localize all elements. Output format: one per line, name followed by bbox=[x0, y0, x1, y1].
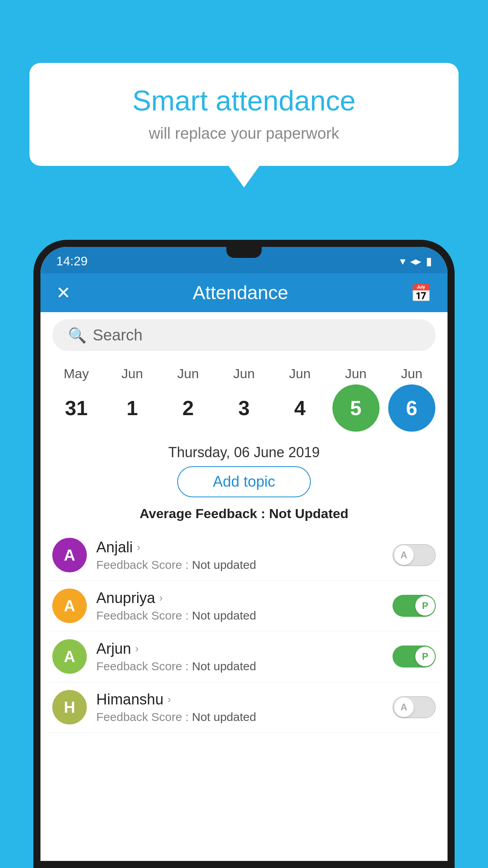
phone-frame: 14:29 ▾ ◂▸ ▮ ✕ Attendance 📅 🔍 Search May bbox=[33, 240, 455, 868]
month-2: Jun bbox=[165, 366, 212, 381]
student-name-anupriya[interactable]: Anupriya › bbox=[96, 590, 383, 607]
student-name-anjali[interactable]: Anjali › bbox=[96, 539, 383, 556]
chevron-arjun: › bbox=[135, 642, 139, 655]
student-row-himanshu: H Himanshu › Feedback Score : Not update… bbox=[48, 682, 440, 733]
wifi-icon: ▾ bbox=[400, 255, 405, 268]
toggle-knob-himanshu: A bbox=[394, 697, 414, 717]
date-2[interactable]: 2 bbox=[165, 384, 212, 432]
student-row-anjali: A Anjali › Feedback Score : Not updated … bbox=[48, 530, 440, 581]
toggle-anupriya[interactable]: P bbox=[393, 595, 436, 617]
month-5: Jun bbox=[332, 366, 380, 381]
date-1[interactable]: 1 bbox=[108, 384, 156, 432]
toggle-knob-arjun: P bbox=[415, 647, 435, 666]
student-info-himanshu: Himanshu › Feedback Score : Not updated bbox=[96, 691, 383, 724]
student-info-anjali: Anjali › Feedback Score : Not updated bbox=[96, 539, 383, 572]
phone-notch bbox=[226, 247, 262, 258]
status-icons: ▾ ◂▸ ▮ bbox=[400, 255, 432, 268]
toggle-anjali[interactable]: A bbox=[393, 544, 436, 566]
date-4[interactable]: 4 bbox=[276, 384, 323, 432]
add-topic-button[interactable]: Add topic bbox=[177, 466, 311, 497]
signal-icon: ◂▸ bbox=[410, 255, 421, 268]
app-bar-title: Attendance bbox=[193, 282, 288, 303]
month-3: Jun bbox=[220, 366, 268, 381]
student-name-arjun[interactable]: Arjun › bbox=[96, 640, 383, 657]
search-placeholder: Search bbox=[93, 326, 143, 344]
month-0: May bbox=[53, 366, 100, 381]
toggle-knob-anjali: A bbox=[394, 545, 414, 565]
feedback-anupriya: Feedback Score : Not updated bbox=[96, 609, 383, 622]
bubble-title: Smart attendance bbox=[53, 85, 435, 117]
chevron-anupriya: › bbox=[159, 592, 163, 604]
avg-feedback-value: Not Updated bbox=[269, 506, 349, 521]
avatar-anjali: A bbox=[52, 538, 87, 572]
date-31[interactable]: 31 bbox=[53, 384, 100, 432]
date-5-today[interactable]: 5 bbox=[332, 384, 380, 432]
search-input[interactable]: 🔍 Search bbox=[52, 319, 436, 351]
month-6: Jun bbox=[388, 366, 435, 381]
search-icon: 🔍 bbox=[68, 327, 86, 344]
month-1: Jun bbox=[108, 366, 156, 381]
avg-feedback-label: Average Feedback : bbox=[139, 506, 269, 521]
calendar-strip: May Jun Jun Jun Jun Jun Jun 31 1 2 3 4 5… bbox=[40, 358, 448, 436]
speech-bubble: Smart attendance will replace your paper… bbox=[29, 63, 459, 166]
date-6-selected[interactable]: 6 bbox=[388, 384, 435, 432]
student-list: A Anjali › Feedback Score : Not updated … bbox=[40, 530, 448, 733]
chevron-anjali: › bbox=[137, 541, 140, 554]
student-info-anupriya: Anupriya › Feedback Score : Not updated bbox=[96, 590, 383, 622]
bubble-subtitle: will replace your paperwork bbox=[53, 125, 435, 142]
chevron-himanshu: › bbox=[167, 693, 171, 706]
toggle-himanshu[interactable]: A bbox=[393, 696, 436, 718]
date-3[interactable]: 3 bbox=[220, 384, 268, 432]
month-4: Jun bbox=[276, 366, 323, 381]
app-bar: ✕ Attendance 📅 bbox=[40, 273, 448, 312]
feedback-himanshu: Feedback Score : Not updated bbox=[96, 710, 383, 724]
feedback-anjali: Feedback Score : Not updated bbox=[96, 558, 383, 572]
feedback-arjun: Feedback Score : Not updated bbox=[96, 660, 383, 673]
avatar-arjun: A bbox=[52, 639, 87, 674]
phone-screen: 14:29 ▾ ◂▸ ▮ ✕ Attendance 📅 🔍 Search May bbox=[40, 247, 448, 861]
status-time: 14:29 bbox=[56, 254, 88, 268]
close-icon[interactable]: ✕ bbox=[56, 283, 71, 303]
toggle-arjun[interactable]: P bbox=[393, 645, 436, 668]
battery-icon: ▮ bbox=[426, 255, 432, 268]
dates-row: 31 1 2 3 4 5 6 bbox=[48, 384, 440, 432]
content-area: Thursday, 06 June 2019 Add topic Average… bbox=[40, 436, 448, 861]
avg-feedback: Average Feedback : Not Updated bbox=[40, 506, 448, 521]
student-row-arjun: A Arjun › Feedback Score : Not updated P bbox=[48, 631, 440, 682]
months-row: May Jun Jun Jun Jun Jun Jun bbox=[48, 366, 440, 381]
student-row-anupriya: A Anupriya › Feedback Score : Not update… bbox=[48, 581, 440, 631]
avatar-himanshu: H bbox=[52, 690, 87, 725]
student-info-arjun: Arjun › Feedback Score : Not updated bbox=[96, 640, 383, 673]
selected-date-label: Thursday, 06 June 2019 bbox=[40, 436, 448, 466]
student-name-himanshu[interactable]: Himanshu › bbox=[96, 691, 383, 708]
avatar-anupriya: A bbox=[52, 588, 87, 623]
search-bar-container: 🔍 Search bbox=[40, 312, 448, 358]
toggle-knob-anupriya: P bbox=[415, 596, 435, 616]
calendar-icon[interactable]: 📅 bbox=[410, 283, 432, 303]
